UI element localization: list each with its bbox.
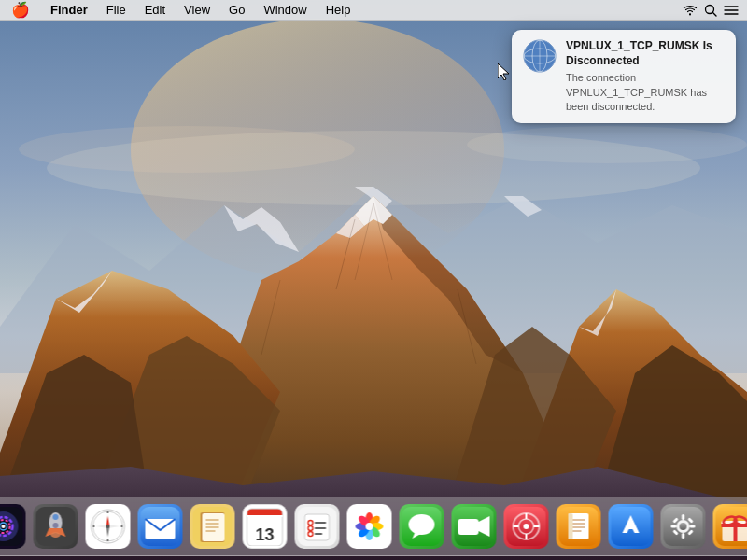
svg-point-111 (409, 514, 435, 535)
svg-point-62 (51, 532, 61, 538)
launchpad-icon (34, 504, 78, 549)
apple-menu[interactable]: 🍎 (0, 0, 41, 21)
cursor (498, 63, 509, 80)
calendar-icon: 13 JULY (243, 504, 288, 549)
dock-safari[interactable] (84, 502, 133, 551)
gift-icon (713, 504, 748, 549)
dock-notes[interactable] (189, 502, 237, 551)
notification-app-icon (523, 39, 557, 73)
svg-point-72 (107, 539, 109, 541)
dock-launchpad[interactable] (32, 502, 80, 551)
svg-rect-126 (569, 513, 573, 539)
dock-siri[interactable] (0, 502, 28, 551)
svg-point-135 (680, 523, 687, 530)
dock-reminders[interactable] (293, 502, 342, 551)
window-menu[interactable]: Window (254, 0, 316, 21)
dock: 13 JULY (0, 497, 747, 556)
menubar: 🍎 Finder File Edit View Go Window Help (0, 0, 747, 21)
search-icon[interactable] (702, 2, 719, 19)
system-preferences-icon (661, 504, 706, 549)
dock-ibooks[interactable] (555, 502, 603, 551)
mail-icon (138, 504, 183, 549)
dock-appstore[interactable] (607, 502, 655, 551)
svg-point-119 (524, 524, 529, 529)
svg-marker-40 (498, 63, 509, 80)
svg-point-4 (467, 126, 747, 163)
reminders-icon (295, 504, 340, 549)
dock-gift[interactable] (712, 502, 748, 551)
svg-point-27 (689, 13, 691, 15)
svg-point-3 (19, 126, 355, 173)
svg-point-61 (53, 523, 59, 528)
svg-point-151 (733, 519, 738, 524)
svg-text:JULY: JULY (257, 517, 274, 524)
svg-point-74 (121, 525, 123, 527)
dock-sysprefs[interactable] (659, 502, 708, 551)
svg-rect-60 (53, 514, 59, 520)
vpn-notification: VPNLUX_1_TCP_RUMSK Is Disconnected The c… (512, 30, 736, 123)
notification-content: VPNLUX_1_TCP_RUMSK Is Disconnected The c… (566, 39, 725, 114)
appstore-icon (609, 504, 654, 549)
safari-icon (86, 504, 131, 549)
dock-music[interactable] (502, 502, 551, 551)
go-menu[interactable]: Go (219, 0, 254, 21)
svg-rect-137 (682, 533, 684, 539)
ibooks-icon (557, 504, 601, 549)
file-menu[interactable]: File (97, 0, 135, 21)
notification-body: The connection VPNLUX_1_TCP_RUMSK has be… (566, 71, 725, 114)
svg-point-109 (366, 523, 374, 530)
dock-facetime[interactable] (450, 502, 499, 551)
svg-rect-114 (458, 519, 479, 535)
messages-icon (400, 504, 444, 549)
notification-title: VPNLUX_1_TCP_RUMSK Is Disconnected (566, 39, 725, 68)
dock-mail[interactable] (136, 502, 185, 551)
svg-rect-139 (690, 525, 696, 528)
siri-icon (0, 504, 26, 549)
menubar-left: 🍎 Finder File Edit View Go Window Help (0, 0, 682, 21)
dock-calendar[interactable]: 13 JULY (241, 502, 289, 551)
edit-menu[interactable]: Edit (135, 0, 175, 21)
wifi-icon[interactable] (682, 2, 698, 19)
help-menu[interactable]: Help (317, 0, 360, 21)
finder-menu[interactable]: Finder (41, 0, 97, 21)
facetime-icon (452, 504, 497, 549)
svg-line-29 (713, 12, 717, 16)
view-menu[interactable]: View (175, 0, 219, 21)
music-icon (504, 504, 549, 549)
notes-icon (190, 504, 235, 549)
control-center-icon[interactable] (723, 2, 740, 19)
svg-text:13: 13 (255, 525, 274, 544)
dock-messages[interactable] (398, 502, 446, 551)
svg-rect-138 (671, 525, 677, 528)
dock-photos[interactable] (345, 502, 394, 551)
svg-point-73 (93, 525, 95, 527)
menubar-right (682, 2, 747, 19)
svg-point-56 (2, 525, 6, 528)
svg-point-75 (106, 525, 110, 528)
photos-icon (347, 504, 392, 549)
svg-rect-136 (682, 514, 684, 520)
svg-point-71 (107, 511, 109, 513)
desktop: 🍎 Finder File Edit View Go Window Help (0, 0, 747, 560)
